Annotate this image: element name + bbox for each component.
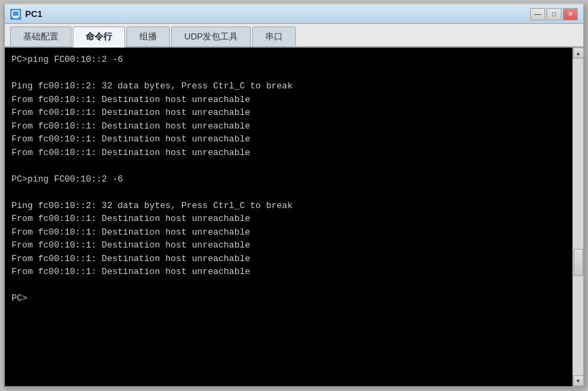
- tab-basic[interactable]: 基础配置: [10, 27, 71, 46]
- window-title: PC1: [25, 9, 530, 19]
- scroll-track[interactable]: [573, 58, 583, 375]
- main-window: PC1 — □ ✕ 基础配置 命令行 组播 UDP发包工具 串口 PC>ping…: [3, 3, 585, 388]
- title-bar: PC1 — □ ✕: [5, 5, 583, 24]
- scroll-thumb[interactable]: [574, 249, 583, 276]
- svg-rect-0: [12, 11, 19, 16]
- terminal-output[interactable]: PC>ping FC00:10::2 -6 Ping fc00:10::2: 3…: [5, 48, 572, 386]
- close-button[interactable]: ✕: [563, 8, 578, 20]
- scrollbar[interactable]: ▲ ▼: [572, 48, 583, 386]
- content-area: PC>ping FC00:10::2 -6 Ping fc00:10::2: 3…: [5, 48, 583, 386]
- tab-udp[interactable]: UDP发包工具: [171, 27, 251, 46]
- tab-cmd[interactable]: 命令行: [73, 27, 125, 48]
- window-icon: [10, 9, 21, 20]
- minimize-button[interactable]: —: [530, 8, 545, 20]
- tab-bar: 基础配置 命令行 组播 UDP发包工具 串口: [5, 24, 583, 48]
- window-controls: — □ ✕: [530, 8, 578, 20]
- tab-serial[interactable]: 串口: [252, 27, 296, 46]
- tab-group[interactable]: 组播: [126, 27, 170, 46]
- maximize-button[interactable]: □: [547, 8, 561, 20]
- scroll-up-button[interactable]: ▲: [573, 48, 584, 58]
- scroll-down-button[interactable]: ▼: [573, 375, 584, 386]
